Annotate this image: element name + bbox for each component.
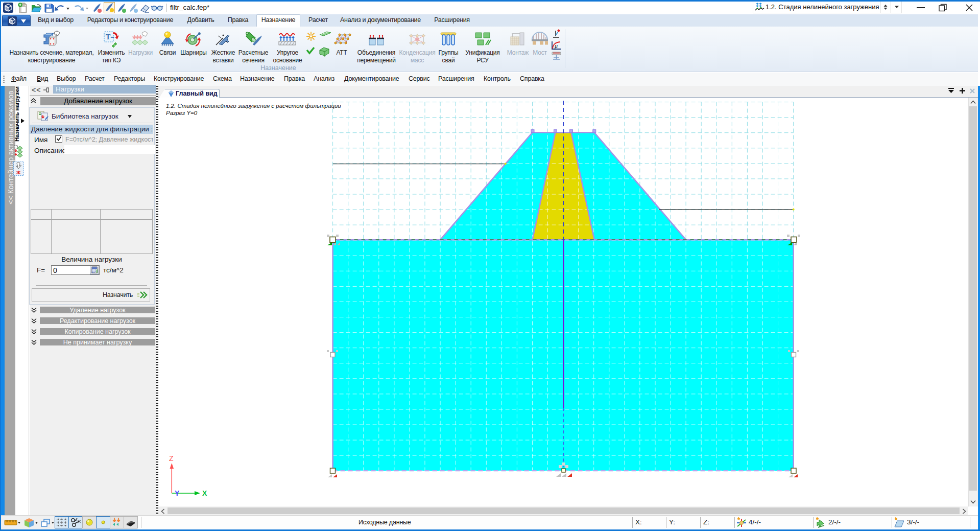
svg-text:1.2. Стадия нелинейного загруж: 1.2. Стадия нелинейного загружения с рас… (166, 103, 341, 109)
svg-text:X: X (202, 489, 207, 497)
svg-text:T=: T= (106, 33, 114, 41)
svg-text:Z: Z (169, 454, 174, 463)
svg-text:μ: μ (554, 42, 558, 50)
svg-text:Y: Y (175, 489, 180, 497)
svg-text:Разрез Y=0: Разрез Y=0 (166, 110, 198, 116)
